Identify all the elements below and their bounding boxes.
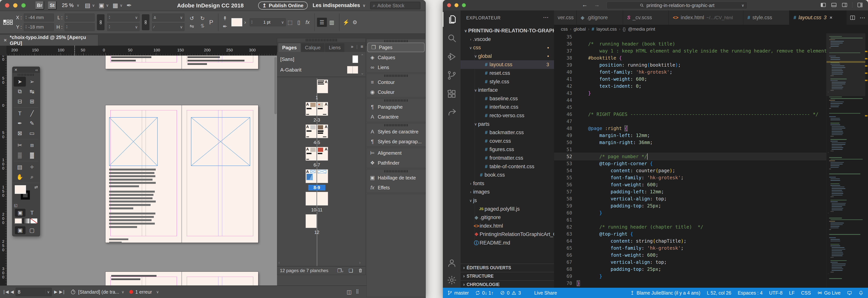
page-thumbnail-2-3[interactable]: A	[306, 102, 316, 115]
code-line-69[interactable]: 69 }	[554, 273, 826, 280]
close-panel-icon[interactable]: ✕	[14, 68, 18, 72]
explorer-item-css[interactable]: ∨css●	[461, 43, 554, 52]
breadcrumb-global[interactable]: global	[574, 27, 586, 32]
rotation-angle-dropdown[interactable]: Δ∨	[152, 13, 185, 22]
panel-tab-liens[interactable]: Liens	[325, 43, 344, 52]
y-position-field[interactable]: ˄˅-18 mm	[24, 23, 54, 31]
formatting-container-icon[interactable]: ▣	[15, 209, 26, 217]
explorer-item-backmatter.css[interactable]: #backmatter.css	[461, 128, 554, 137]
content-collector-tool[interactable]: ⊟	[14, 97, 26, 106]
minimize-button[interactable]	[13, 3, 18, 8]
page-thumbnail-2-3[interactable]: A	[317, 102, 328, 115]
code-line-35[interactable]: 35	[554, 33, 826, 40]
pen-tool[interactable]: ✒	[14, 119, 26, 128]
fit-spread-icon[interactable]: ◫	[346, 289, 351, 295]
close-tab-icon[interactable]: ×	[830, 15, 832, 21]
toggle-secondary-sidebar-icon[interactable]	[841, 2, 848, 8]
free-transform-tool[interactable]: ⧈	[26, 140, 38, 150]
page-thumbnail-6-7[interactable]: A	[306, 147, 316, 160]
explorer-item-index.html[interactable]: <>index.html	[461, 222, 554, 230]
default-fill-stroke-icon[interactable]: ◱	[14, 203, 18, 208]
structure-grid-icon[interactable]: ⣿	[356, 289, 359, 295]
tab-style.css[interactable]: #style.css	[743, 10, 789, 25]
code-line-50[interactable]: 50 margin-right: 36mm;	[554, 139, 826, 146]
code-line-68[interactable]: 68 padding-top: 25px;	[554, 266, 826, 273]
x-position-field[interactable]: ˄˅-44 mm	[24, 13, 54, 22]
eyedropper-tool[interactable]: ✧	[26, 162, 38, 172]
spread-label-2-3[interactable]: 2-3	[305, 118, 328, 123]
stroke-style-icon[interactable]: ⬚	[286, 19, 294, 26]
close-button[interactable]	[5, 3, 9, 8]
activity-search[interactable]	[443, 31, 461, 45]
gradient-feather-tool[interactable]: ▓	[26, 150, 38, 160]
breadcrumb-layout.css[interactable]: layout.css	[596, 27, 617, 32]
page-thumbnail-10-11[interactable]	[306, 192, 316, 205]
explorer-item-interface.css[interactable]: #interface.css	[461, 103, 554, 111]
code-line-65[interactable]: 65 font-family: 'hk-grotesk';	[554, 244, 826, 252]
code-line-63[interactable]: 63 @top-right {	[554, 230, 826, 237]
code-line-39[interactable]: 39 position: running(booktitle);	[554, 62, 826, 68]
code-line-62[interactable]: 62 /* running header (chapter title) */	[554, 223, 826, 230]
code-line-43[interactable]: 43 }	[554, 90, 826, 97]
spread-label-8-9[interactable]: 8-9	[308, 185, 326, 191]
section-chronologie[interactable]: ›CHRONOLOGIE	[461, 280, 554, 288]
hand-tool[interactable]: ✋	[14, 172, 26, 182]
code-line-36[interactable]: 36 /* running header (book title)	[554, 40, 826, 47]
flip-horizontal-icon[interactable]: ⇋	[188, 23, 196, 29]
panel-item-caract-re[interactable]: ACaractère	[367, 112, 425, 122]
next-page-button[interactable]: ▶	[54, 290, 57, 294]
activity-extensions[interactable]	[443, 87, 461, 101]
type-tool[interactable]: T	[14, 108, 26, 119]
tab-_cv.scss[interactable]: S_cv.scss	[623, 10, 669, 25]
height-field[interactable]: ˄˅	[65, 23, 95, 31]
panel-item-effets[interactable]: fxEffets	[367, 183, 425, 193]
collapse-panel-icon[interactable]: ‹‹	[35, 68, 38, 72]
reference-point-proxy[interactable]	[3, 17, 13, 28]
status-item-css[interactable]: CSS	[801, 290, 811, 296]
code-line-40[interactable]: 40 font-family: 'hk-grotesk';	[554, 68, 826, 75]
explorer-item-reset.css[interactable]: #reset.css	[461, 69, 554, 77]
code-line-42[interactable]: 42 text-indent: 0;	[554, 82, 826, 90]
breadcrumb-css[interactable]: css	[561, 27, 568, 32]
spread-label-10-11[interactable]: 10-11	[305, 207, 328, 212]
preflight-profile-dropdown[interactable]: [Standard] (de tra... ∨	[78, 289, 124, 295]
panel-drag-handle[interactable]	[384, 40, 408, 42]
content-placer-tool[interactable]: ⊞	[26, 97, 38, 106]
section-éditeurs-ouverts[interactable]: ›ÉDITEURS OUVERTS	[461, 264, 554, 271]
panel-tab-calque[interactable]: Calque	[301, 43, 324, 52]
panel-drag-handle[interactable]	[384, 124, 408, 126]
code-line-61[interactable]: 61	[554, 217, 826, 223]
flip-vertical-icon[interactable]: ⥮	[198, 23, 207, 29]
breadcrumb-@media-print[interactable]: @media print	[628, 27, 655, 32]
breadcrumb[interactable]: css›global›#layout.css›{}@media print	[554, 25, 868, 33]
gap-tool[interactable]: ↹	[26, 87, 38, 97]
explorer-item-interface[interactable]: ∨interface	[461, 86, 554, 94]
view-options-dropdown[interactable]: ▤∨	[85, 2, 95, 9]
close-document-icon[interactable]: ×	[4, 37, 7, 43]
spread-label-4-5[interactable]: 4-5	[305, 140, 328, 145]
fill-stroke-swatches[interactable]: ⇄ ◱	[12, 184, 40, 208]
line-tool[interactable]: ╱	[26, 108, 38, 119]
code-line-57[interactable]: 57 padding-left: 12mm;	[554, 188, 826, 195]
explorer-item-images[interactable]: ›images	[461, 188, 554, 196]
code-line-38[interactable]: 38 #booktitle {	[554, 55, 826, 62]
explorer-item-.gitignore[interactable]: ◆.gitignore	[461, 213, 554, 222]
status-item-cast[interactable]: Go Live	[817, 290, 841, 296]
status-item-utf-8[interactable]: UTF-8	[769, 290, 782, 296]
explorer-item-recto-verso.css[interactable]: #recto-verso.css	[461, 111, 554, 120]
apply-gradient-button[interactable]	[23, 218, 30, 224]
master-page-none[interactable]: [Sans]	[277, 54, 366, 65]
panel-item-pages[interactable]: ❐Pages	[368, 43, 425, 52]
tab-.gitignore[interactable]: ◆.gitignore	[577, 10, 623, 25]
frame-view-dropdown[interactable]: ▣∨	[99, 2, 109, 9]
code-line-37[interactable]: 37 way 1 : keep HTML element and style i…	[554, 47, 826, 55]
status-item-sync[interactable]: 0↓ 1↑	[475, 290, 494, 296]
code-line-64[interactable]: 64 content: string(chapTitle);	[554, 237, 826, 244]
code-line-60[interactable]: 60 }	[554, 209, 826, 217]
status-item-branch[interactable]: master	[447, 290, 469, 296]
effects-fx-icon[interactable]: fx	[303, 19, 312, 25]
code-line-56[interactable]: 56 font-weight: 600;	[554, 181, 826, 188]
explorer-item-README.md[interactable]: ⓘREADME.md	[461, 239, 554, 247]
zoom-window-button[interactable]	[462, 3, 466, 7]
apply-none-button[interactable]	[30, 218, 37, 224]
